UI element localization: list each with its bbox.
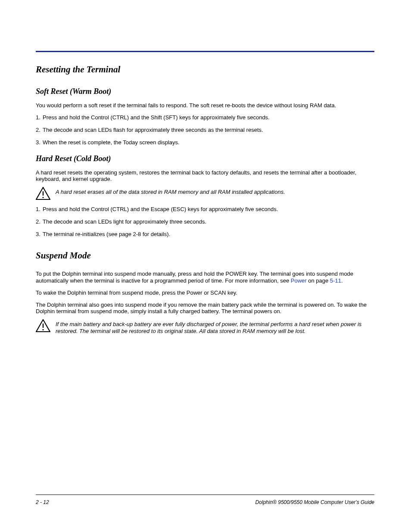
list-item: Press and hold the Control (CTRL) and th… <box>36 206 374 213</box>
link-power[interactable]: Power <box>291 277 307 284</box>
heading-suspend: Suspend Mode <box>36 250 374 261</box>
suspend-p3: The Dolphin terminal also goes into susp… <box>36 302 374 315</box>
list-item: The decode and scan LEDs flash for appro… <box>36 127 374 134</box>
suspend-p1: To put the Dolphin terminal into suspend… <box>36 271 374 284</box>
link-page-5-11[interactable]: 5-11 <box>330 277 341 284</box>
top-rule <box>36 51 374 52</box>
list-item: When the reset is complete, the Today sc… <box>36 139 374 146</box>
soft-reset-steps: Press and hold the Control (CTRL) and th… <box>36 114 374 146</box>
hard-reset-warning: A hard reset erases all of the data stor… <box>36 188 374 200</box>
warning-text: If the main battery and back-up battery … <box>56 320 374 335</box>
heading-resetting: Resetting the Terminal <box>36 64 374 75</box>
text-span: on page <box>307 277 330 284</box>
svg-point-1 <box>42 197 44 198</box>
suspend-warning: If the main battery and back-up battery … <box>36 320 374 335</box>
footer-page-number: 2 - 12 <box>36 499 49 505</box>
warning-icon <box>36 319 50 332</box>
list-item: The decode and scan LEDs light for appro… <box>36 218 374 226</box>
page-footer: 2 - 12 Dolphin® 9500/9550 Mobile Compute… <box>36 495 374 505</box>
warning-icon <box>36 187 50 200</box>
hard-reset-intro: A hard reset resets the operating system… <box>36 169 374 183</box>
svg-point-3 <box>42 329 44 330</box>
suspend-p2: To wake the Dolphin terminal from suspen… <box>36 289 374 296</box>
list-item: Press and hold the Control (CTRL) and th… <box>36 114 374 121</box>
list-item: The terminal re-initializes (see page 2-… <box>36 231 374 238</box>
soft-reset-intro: You would perform a soft reset if the te… <box>36 102 374 109</box>
warning-text: A hard reset erases all of the data stor… <box>56 188 285 196</box>
hard-reset-steps: Press and hold the Control (CTRL) and th… <box>36 206 374 238</box>
document-page: Resetting the Terminal Soft Reset (Warm … <box>0 0 411 532</box>
heading-hard-reset: Hard Reset (Cold Boot) <box>36 154 374 163</box>
text-span: . <box>341 277 343 284</box>
footer-guide-title: Dolphin® 9500/9550 Mobile Computer User'… <box>255 499 374 505</box>
heading-soft-reset: Soft Reset (Warm Boot) <box>36 87 374 96</box>
